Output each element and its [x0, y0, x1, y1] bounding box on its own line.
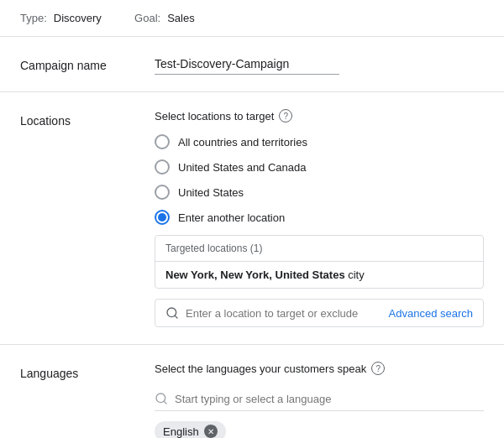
radio-another[interactable]: Enter another location — [155, 210, 484, 225]
campaign-name-label: Campaign name — [20, 54, 155, 72]
targeted-header: Targeted locations (1) — [155, 236, 483, 262]
radio-us-canada[interactable]: United States and Canada — [155, 159, 484, 175]
radio-all-countries[interactable]: All countries and territories — [155, 134, 484, 149]
language-search-input[interactable] — [175, 393, 484, 405]
radio-circle-us — [155, 185, 170, 200]
languages-section: Languages Select the languages your cust… — [0, 345, 504, 438]
campaign-type-bar: Type: Discovery Goal: Sales — [0, 0, 504, 37]
locations-section: Locations Select locations to target ? A… — [0, 92, 504, 345]
svg-line-1 — [175, 315, 177, 318]
radio-circle-us-canada — [155, 159, 170, 175]
radio-us[interactable]: United States — [155, 185, 484, 200]
radio-label-us-canada: United States and Canada — [178, 161, 307, 174]
locations-label: Locations — [20, 109, 155, 327]
languages-help-icon[interactable]: ? — [371, 362, 385, 375]
search-icon — [165, 306, 179, 320]
radio-label-all: All countries and territories — [178, 136, 307, 149]
locations-sub-label: Select locations to target ? — [155, 109, 484, 123]
locations-content: Select locations to target ? All countri… — [155, 109, 484, 327]
locations-help-icon[interactable]: ? — [279, 109, 292, 123]
svg-line-3 — [164, 401, 166, 404]
targeted-item: New York, New York, United States city — [155, 262, 483, 288]
campaign-name-input[interactable] — [155, 54, 339, 75]
radio-label-us: United States — [178, 186, 244, 199]
campaign-name-section: Campaign name — [0, 37, 504, 92]
chip-close-english[interactable]: ✕ — [204, 425, 218, 438]
goal-value: Sales — [167, 12, 195, 24]
type-label: Type: — [20, 12, 47, 24]
languages-content: Select the languages your customers spea… — [155, 362, 484, 438]
languages-label: Languages — [20, 362, 155, 438]
location-search-row: Advanced search — [155, 299, 484, 327]
languages-sub-label: Select the languages your customers spea… — [155, 362, 484, 375]
english-chip: English ✕ — [155, 421, 226, 438]
chip-label-english: English — [163, 425, 199, 438]
goal-label: Goal: — [134, 12, 160, 24]
radio-circle-all — [155, 134, 170, 149]
radio-label-another: Enter another location — [178, 211, 285, 224]
targeted-locations-box: Targeted locations (1) New York, New Yor… — [155, 235, 484, 289]
location-search-input[interactable] — [186, 307, 382, 320]
type-value: Discovery — [54, 12, 102, 24]
lang-search-row — [155, 387, 484, 411]
lang-search-icon — [155, 392, 168, 405]
advanced-search-link[interactable]: Advanced search — [389, 307, 473, 320]
separator — [115, 12, 121, 24]
radio-circle-another — [155, 210, 170, 225]
targeted-location-name: New York, New York, United States — [165, 269, 345, 281]
